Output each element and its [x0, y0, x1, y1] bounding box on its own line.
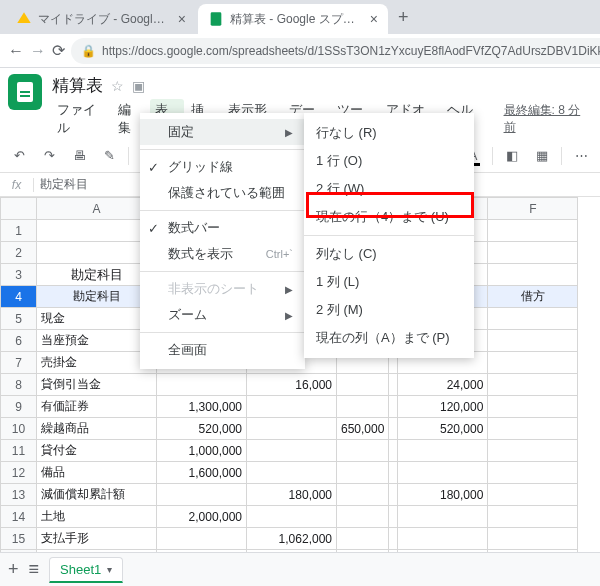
- fx-input[interactable]: 勘定科目: [34, 176, 94, 193]
- cell[interactable]: [398, 462, 488, 484]
- menu-item-protected[interactable]: 保護されている範囲: [140, 180, 305, 206]
- cell[interactable]: 16,000: [247, 374, 337, 396]
- cell[interactable]: 当座預金: [37, 330, 157, 352]
- cell[interactable]: 有価証券: [37, 396, 157, 418]
- row-header[interactable]: 8: [1, 374, 37, 396]
- row-header[interactable]: 10: [1, 418, 37, 440]
- cell[interactable]: 減価償却累計額: [37, 484, 157, 506]
- submenu-no-cols[interactable]: 列なし (C): [304, 240, 474, 268]
- folder-icon[interactable]: ▣: [132, 78, 145, 94]
- cell[interactable]: 繰越商品: [37, 418, 157, 440]
- row-header[interactable]: 11: [1, 440, 37, 462]
- browser-tab-drive[interactable]: マイドライブ - Google ドライブ ×: [6, 4, 196, 34]
- cell[interactable]: [398, 528, 488, 550]
- menu-item-show-formulas[interactable]: 数式を表示Ctrl+`: [140, 241, 305, 267]
- url-input[interactable]: 🔒 https://docs.google.com/spreadsheets/d…: [71, 38, 600, 64]
- star-icon[interactable]: ☆: [111, 78, 124, 94]
- col-header[interactable]: A: [37, 198, 157, 220]
- cell[interactable]: 備品: [37, 462, 157, 484]
- cell[interactable]: [247, 440, 337, 462]
- submenu-two-rows[interactable]: 2 行 (W): [304, 175, 474, 203]
- row-header[interactable]: 14: [1, 506, 37, 528]
- col-header[interactable]: F: [488, 198, 578, 220]
- cell[interactable]: 520,000: [398, 418, 488, 440]
- all-sheets-button[interactable]: ≡: [29, 559, 40, 580]
- row-header[interactable]: 9: [1, 396, 37, 418]
- last-edit-link[interactable]: 最終編集: 8 分前: [499, 100, 592, 138]
- row-header[interactable]: 5: [1, 308, 37, 330]
- cell[interactable]: [337, 484, 389, 506]
- row-header[interactable]: 7: [1, 352, 37, 374]
- close-icon[interactable]: ×: [370, 11, 378, 27]
- menu-item-gridlines[interactable]: ✓グリッド線: [140, 154, 305, 180]
- cell[interactable]: 支払手形: [37, 528, 157, 550]
- submenu-current-col[interactable]: 現在の列（A）まで (P): [304, 324, 474, 352]
- cell[interactable]: 1,062,000: [247, 528, 337, 550]
- cell[interactable]: [488, 418, 578, 440]
- row-header[interactable]: 6: [1, 330, 37, 352]
- cell[interactable]: 2,000,000: [157, 506, 247, 528]
- cell[interactable]: 売掛金: [37, 352, 157, 374]
- sheets-logo[interactable]: [8, 74, 42, 110]
- print-button[interactable]: 🖶: [66, 143, 92, 169]
- submenu-two-cols[interactable]: 2 列 (M): [304, 296, 474, 324]
- menu-item-freeze[interactable]: 固定▶: [140, 119, 305, 145]
- more-icon[interactable]: ⋯: [568, 143, 594, 169]
- doc-title[interactable]: 精算表: [52, 74, 103, 97]
- submenu-one-row[interactable]: 1 行 (O): [304, 147, 474, 175]
- menu-item-formula-bar[interactable]: ✓数式バー: [140, 215, 305, 241]
- cell[interactable]: 120,000: [398, 396, 488, 418]
- cell[interactable]: 180,000: [247, 484, 337, 506]
- cell[interactable]: 180,000: [398, 484, 488, 506]
- cell[interactable]: [337, 528, 389, 550]
- paint-format-button[interactable]: ✎: [96, 143, 122, 169]
- submenu-no-rows[interactable]: 行なし (R): [304, 119, 474, 147]
- cell[interactable]: [337, 396, 389, 418]
- cell[interactable]: [337, 506, 389, 528]
- cell[interactable]: 24,000: [398, 374, 488, 396]
- sheet-tab[interactable]: Sheet1▾: [49, 557, 123, 583]
- submenu-one-col[interactable]: 1 列 (L): [304, 268, 474, 296]
- cell[interactable]: 貸倒引当金: [37, 374, 157, 396]
- cell[interactable]: [157, 374, 247, 396]
- row-header[interactable]: 13: [1, 484, 37, 506]
- cell[interactable]: 現金: [37, 308, 157, 330]
- cell[interactable]: [488, 330, 578, 352]
- cell[interactable]: [488, 528, 578, 550]
- cell[interactable]: 土地: [37, 506, 157, 528]
- cell[interactable]: [488, 506, 578, 528]
- cell[interactable]: 650,000: [337, 418, 389, 440]
- cell[interactable]: 1,300,000: [157, 396, 247, 418]
- cell[interactable]: [337, 440, 389, 462]
- cell[interactable]: 520,000: [157, 418, 247, 440]
- cell[interactable]: [337, 374, 389, 396]
- menu-file[interactable]: ファイル: [52, 99, 111, 139]
- fill-color-button[interactable]: ◧: [499, 143, 525, 169]
- forward-button[interactable]: →: [30, 42, 46, 60]
- cell[interactable]: [157, 528, 247, 550]
- cell[interactable]: [488, 484, 578, 506]
- browser-tab-sheets[interactable]: 精算表 - Google スプレッドシート ×: [198, 4, 388, 34]
- new-tab-button[interactable]: +: [390, 7, 417, 28]
- borders-button[interactable]: ▦: [529, 143, 555, 169]
- cell[interactable]: [247, 418, 337, 440]
- cell[interactable]: [488, 352, 578, 374]
- corner[interactable]: [1, 198, 37, 220]
- cell[interactable]: [157, 484, 247, 506]
- cell[interactable]: [247, 506, 337, 528]
- menu-item-zoom[interactable]: ズーム▶: [140, 302, 305, 328]
- cell[interactable]: [247, 462, 337, 484]
- menu-item-fullscreen[interactable]: 全画面: [140, 337, 305, 363]
- undo-button[interactable]: ↶: [6, 143, 32, 169]
- add-sheet-button[interactable]: +: [8, 559, 19, 580]
- cell[interactable]: [398, 440, 488, 462]
- back-button[interactable]: ←: [8, 42, 24, 60]
- cell[interactable]: [488, 440, 578, 462]
- cell[interactable]: [488, 462, 578, 484]
- cell[interactable]: [337, 462, 389, 484]
- row-header[interactable]: 15: [1, 528, 37, 550]
- cell[interactable]: 1,000,000: [157, 440, 247, 462]
- cell[interactable]: [488, 396, 578, 418]
- cell[interactable]: [488, 374, 578, 396]
- cell[interactable]: [398, 506, 488, 528]
